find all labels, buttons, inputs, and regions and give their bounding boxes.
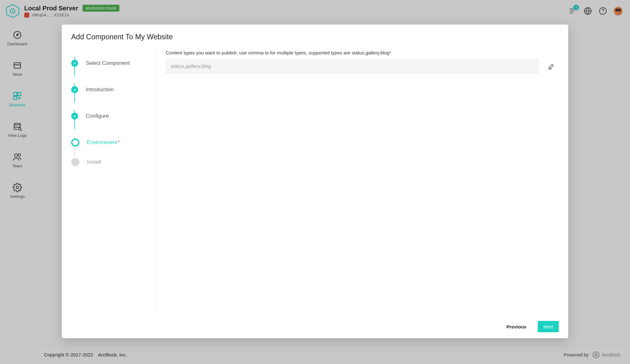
- form-area: Content types you want to publish, use c…: [156, 44, 568, 315]
- step-introduction[interactable]: Introduction: [71, 76, 150, 103]
- check-icon: [71, 86, 78, 93]
- check-icon: [71, 113, 78, 120]
- step-label: Introduction: [86, 87, 114, 93]
- step-label: Configure: [86, 113, 109, 119]
- step-label: Select Component: [86, 60, 130, 66]
- previous-button[interactable]: Previous: [501, 321, 532, 332]
- next-button[interactable]: Next: [538, 321, 559, 332]
- modal-footer: Previous Next: [62, 315, 568, 338]
- current-step-icon: [71, 138, 79, 147]
- step-label: Environment: [87, 139, 117, 145]
- edit-icon[interactable]: [547, 62, 556, 71]
- step-label: Install: [87, 159, 101, 165]
- content-types-label: Content types you want to publish, use c…: [166, 50, 389, 55]
- required-indicator: *: [117, 139, 120, 145]
- step-install: Install: [71, 156, 150, 168]
- modal-overlay: Add Component To My Website Select Compo…: [0, 0, 630, 364]
- add-component-modal: Add Component To My Website Select Compo…: [62, 25, 568, 338]
- modal-title: Add Component To My Website: [62, 25, 568, 44]
- step-configure[interactable]: Configure: [71, 103, 150, 129]
- content-types-input[interactable]: [166, 59, 539, 74]
- pending-step-icon: [71, 158, 79, 166]
- step-select-component[interactable]: Select Component: [71, 50, 150, 76]
- step-environment[interactable]: Environment*: [71, 129, 150, 156]
- check-icon: [71, 60, 78, 67]
- required-indicator: *: [389, 50, 391, 55]
- stepper: Select Component Introduction Configure: [62, 44, 156, 315]
